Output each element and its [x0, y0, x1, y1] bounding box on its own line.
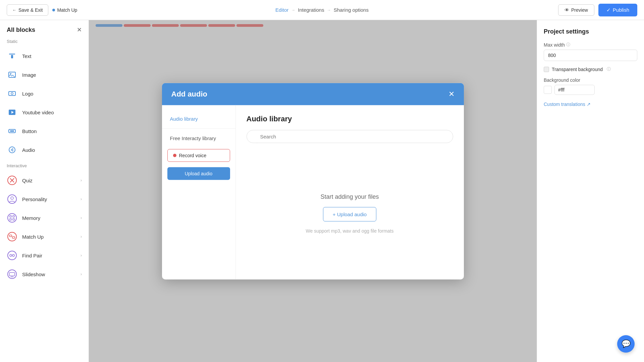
- findpair-arrow-icon: ›: [80, 253, 82, 258]
- modal-header: Add audio ✕: [162, 83, 464, 105]
- transparent-background-checkbox[interactable]: [544, 67, 549, 72]
- sidebar-item-personality[interactable]: Personality ›: [0, 190, 89, 208]
- svg-rect-20: [13, 219, 14, 220]
- status-dot: [52, 9, 55, 11]
- sidebar-item-quiz[interactable]: Quiz ›: [0, 171, 89, 190]
- preview-icon: 👁: [565, 7, 569, 13]
- nav-step-editor[interactable]: Editor: [275, 7, 288, 13]
- background-color-label: Background color: [544, 77, 637, 83]
- background-color-row: [544, 85, 637, 95]
- custom-translations-label: Custom translations: [544, 102, 585, 107]
- sidebar-item-findpair[interactable]: Find Pair ›: [0, 246, 89, 265]
- modal-body: Audio library Free Interacty library Rec…: [162, 105, 464, 280]
- svg-rect-18: [13, 216, 14, 217]
- main-layout: All blocks ✕ Static Text Image Logo: [0, 20, 644, 362]
- logo-label: Logo: [22, 91, 82, 97]
- sidebar-item-logo[interactable]: Logo: [0, 84, 89, 103]
- nav-step-integrations[interactable]: Integrations: [298, 7, 324, 13]
- image-icon: [7, 69, 17, 80]
- current-project-indicator: Match Up: [52, 7, 77, 13]
- svg-rect-23: [12, 237, 15, 238]
- static-section-label: Static: [0, 38, 89, 47]
- interactive-section-label: Interactive: [0, 162, 89, 171]
- nav-arrow-2: →: [327, 8, 331, 12]
- audio-label: Audio: [22, 147, 82, 153]
- svg-point-3: [10, 73, 11, 74]
- youtube-label: Youtube video: [22, 110, 82, 115]
- slideshow-arrow-icon: ›: [80, 272, 82, 277]
- slideshow-label: Slideshow: [22, 272, 76, 277]
- record-voice-label: Record voice: [179, 153, 207, 158]
- modal-content-title: Audio library: [247, 115, 453, 123]
- right-sidebar: Project settings Max width ⓘ Transparent…: [537, 20, 644, 362]
- bg-color-swatch[interactable]: [544, 86, 552, 94]
- svg-point-14: [8, 195, 16, 203]
- upload-audio-sidebar-button[interactable]: Upload audio: [167, 167, 230, 180]
- transparent-background-row: Transparent background ⓘ: [544, 66, 637, 72]
- bg-color-input[interactable]: [554, 85, 595, 95]
- sidebar-item-text[interactable]: Text: [0, 47, 89, 65]
- chat-bubble-button[interactable]: 💬: [617, 335, 635, 353]
- checkmark-icon: ✓: [606, 7, 611, 13]
- modal-sidebar-free-library[interactable]: Free Interacty library: [162, 131, 235, 145]
- transparent-background-label: Transparent background: [552, 67, 603, 72]
- max-width-setting: Max width ⓘ: [544, 42, 637, 61]
- transparent-bg-info-icon: ⓘ: [607, 66, 611, 72]
- svg-point-25: [10, 254, 12, 256]
- svg-point-10: [9, 147, 15, 153]
- sidebar-item-image[interactable]: Image: [0, 65, 89, 84]
- modal-sidebar-divider: [162, 128, 235, 129]
- button-icon: [7, 126, 17, 136]
- findpair-icon: [7, 250, 17, 261]
- memory-icon: [7, 213, 17, 223]
- arrow-left-icon: ←: [12, 8, 16, 12]
- svg-rect-9: [10, 130, 14, 132]
- button-label: Button: [22, 128, 82, 134]
- modal-sidebar-audio-library[interactable]: Audio library: [162, 112, 235, 126]
- memory-arrow-icon: ›: [80, 216, 82, 220]
- empty-state: Start adding your files + Upload audio W…: [247, 157, 453, 270]
- sidebar-item-youtube[interactable]: Youtube video: [0, 103, 89, 122]
- svg-rect-0: [9, 54, 15, 55]
- custom-translations-link[interactable]: Custom translations ↗: [544, 102, 637, 107]
- sidebar-header: All blocks ✕: [0, 20, 89, 38]
- save-exit-button[interactable]: ← Save & Exit: [7, 4, 48, 16]
- publish-button[interactable]: ✓ Publish: [598, 4, 637, 16]
- svg-rect-19: [10, 219, 11, 220]
- svg-point-26: [12, 254, 14, 256]
- sidebar-item-slideshow[interactable]: Slideshow ›: [0, 265, 89, 284]
- svg-rect-22: [9, 235, 12, 237]
- matchup-label: Match Up: [22, 234, 76, 240]
- record-voice-button[interactable]: Record voice: [167, 149, 230, 162]
- logo-icon: [7, 88, 17, 99]
- upload-audio-main-button[interactable]: + Upload audio: [323, 207, 376, 221]
- svg-point-5: [11, 93, 13, 95]
- quiz-label: Quiz: [22, 178, 76, 183]
- audio-search-input[interactable]: [247, 130, 453, 143]
- text-icon: [7, 51, 17, 61]
- preview-button[interactable]: 👁 Preview: [558, 4, 594, 16]
- sidebar-item-matchup[interactable]: Match Up ›: [0, 227, 89, 246]
- max-width-label: Max width ⓘ: [544, 42, 637, 48]
- sidebar-item-audio[interactable]: Audio: [0, 140, 89, 159]
- modal-title: Add audio: [171, 90, 208, 99]
- memory-label: Memory: [22, 215, 76, 221]
- sidebar-item-memory[interactable]: Memory ›: [0, 208, 89, 227]
- matchup-arrow-icon: ›: [80, 234, 82, 239]
- nav-step-sharing[interactable]: Sharing options: [334, 7, 369, 13]
- current-project-label: Match Up: [57, 7, 77, 13]
- sidebar-close-button[interactable]: ✕: [77, 26, 82, 34]
- search-wrapper: 🔍: [247, 130, 453, 150]
- max-width-input[interactable]: [544, 50, 637, 61]
- svg-point-24: [8, 251, 16, 260]
- modal-content-area: Audio library 🔍 Start adding your files …: [236, 105, 464, 280]
- svg-point-27: [8, 270, 16, 279]
- interactive-section: Interactive Quiz › Personality › Me: [0, 162, 89, 284]
- text-label: Text: [22, 53, 82, 59]
- svg-rect-1: [11, 55, 13, 58]
- quiz-arrow-icon: ›: [80, 178, 82, 183]
- sidebar-item-button[interactable]: Button: [0, 122, 89, 140]
- svg-rect-17: [10, 216, 11, 217]
- modal-close-button[interactable]: ✕: [448, 90, 454, 99]
- modal-sidebar: Audio library Free Interacty library Rec…: [162, 105, 236, 280]
